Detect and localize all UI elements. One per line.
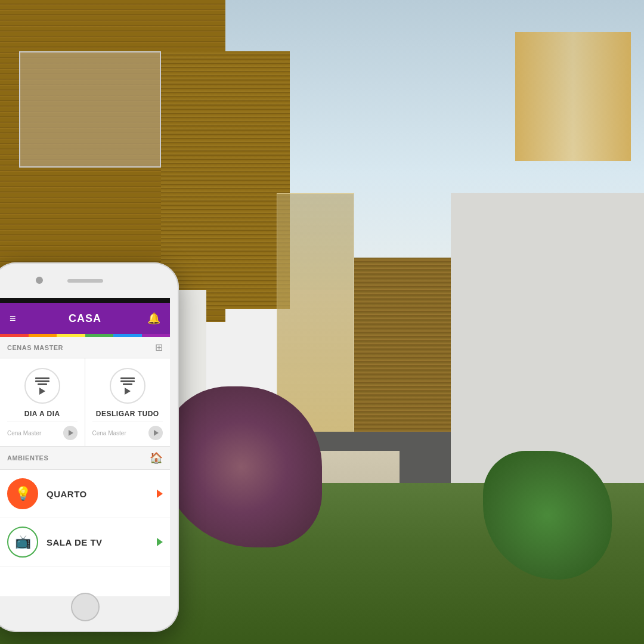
play-triangle-icon-2 [154, 430, 159, 436]
hamburger-menu-icon[interactable]: ≡ [10, 312, 16, 325]
window-curtains-right [515, 32, 631, 161]
phone-camera [36, 277, 43, 284]
scenes-grid: DIA A DIA Cena Master [0, 358, 170, 447]
app-title: CASA [69, 312, 101, 325]
stack-icon-2 [120, 377, 135, 395]
phone-screen: ≡ CASA 🔔 CENAS MASTER ⊞ [0, 298, 170, 596]
phone-shell: ≡ CASA 🔔 CENAS MASTER ⊞ [0, 262, 179, 632]
scene-icon-desligar-tudo [110, 368, 145, 404]
play-triangle-icon-1 [69, 430, 73, 436]
color-seg-orange [29, 334, 57, 337]
phone-mockup: ≡ CASA 🔔 CENAS MASTER ⊞ [0, 262, 194, 644]
scene-card-dia-a-dia[interactable]: DIA A DIA Cena Master [0, 358, 85, 446]
color-seg-red [0, 334, 29, 337]
stack-line-2 [35, 380, 49, 382]
scene-play-button-2[interactable] [148, 426, 163, 440]
window-upper-left [19, 51, 161, 167]
stack-icon [35, 377, 49, 395]
scenes-label: CENAS MASTER [7, 344, 63, 351]
home-icon[interactable]: 🏠 [150, 451, 163, 465]
status-bar [0, 298, 170, 303]
stack-line-1 [35, 377, 49, 379]
room-icon-sala-de-tv: 📺 [7, 527, 38, 558]
color-seg-purple [142, 334, 171, 337]
scene-footer-desligar-tudo: Cena Master [92, 422, 163, 440]
chevron-right-quarto-icon [157, 490, 163, 498]
stack-line-6 [123, 383, 132, 385]
room-item-quarto[interactable]: 💡 QUARTO [0, 470, 170, 518]
scene-icon-dia-a-dia [24, 368, 60, 404]
notification-bell-icon[interactable]: 🔔 [147, 312, 160, 325]
ambientes-label: AMBIENTES [7, 454, 48, 462]
scenes-section-header: CENAS MASTER ⊞ [0, 337, 170, 358]
stack-line-4 [120, 377, 135, 379]
scene-footer-dia-a-dia: Cena Master [7, 422, 78, 440]
room-name-sala-de-tv: SALA DE TV [47, 537, 157, 547]
scene-footer-label-1: Cena Master [7, 430, 41, 436]
scene-footer-label-2: Cena Master [92, 430, 126, 436]
stack-line-3 [38, 383, 47, 385]
color-seg-blue [113, 334, 142, 337]
chevron-right-sala-icon [157, 538, 163, 546]
bulb-icon: 💡 [15, 486, 31, 501]
color-seg-yellow [57, 334, 85, 337]
scene-card-desligar-tudo[interactable]: DESLIGAR TUDO Cena Master [85, 358, 171, 446]
play-indicator-2 [125, 388, 131, 395]
scene-play-button-1[interactable] [63, 426, 78, 440]
stack-line-5 [120, 380, 135, 382]
play-indicator [39, 388, 45, 395]
tv-icon: 📺 [15, 534, 31, 550]
room-icon-quarto: 💡 [7, 478, 38, 509]
phone-speaker [67, 279, 103, 283]
scenes-header-icon[interactable]: ⊞ [155, 342, 163, 353]
scene-name-dia-a-dia: DIA A DIA [7, 410, 78, 418]
color-seg-green [85, 334, 114, 337]
phone-home-button[interactable] [71, 593, 100, 621]
room-name-quarto: QUARTO [47, 489, 157, 499]
room-item-sala-de-tv[interactable]: 📺 SALA DE TV [0, 518, 170, 566]
color-indicator-bar [0, 334, 170, 337]
app-header: ≡ CASA 🔔 [0, 303, 170, 334]
scene-name-desligar-tudo: DESLIGAR TUDO [92, 410, 163, 418]
ambientes-section-header: AMBIENTES 🏠 [0, 447, 170, 470]
